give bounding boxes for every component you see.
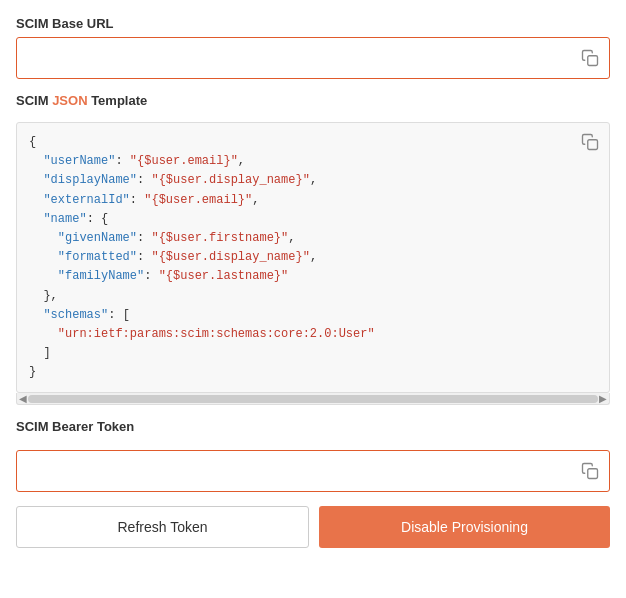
label-text: SCIM Bearer Token	[16, 419, 134, 434]
json-code-block: { "userName": "{$user.email}", "displayN…	[17, 123, 571, 392]
label-text: SCIM Base URL	[16, 16, 114, 31]
json-template-container: { "userName": "{$user.email}", "displayN…	[16, 122, 610, 393]
scim-json-template-label: SCIM JSON Template	[16, 93, 610, 108]
scrollbar-thumb[interactable]	[28, 395, 598, 403]
label-suffix: Template	[88, 93, 148, 108]
scim-base-url-copy-button[interactable]	[571, 43, 609, 73]
json-scrollbar[interactable]: ◀ ▶	[16, 393, 610, 405]
scim-base-url-row	[16, 37, 610, 79]
disable-provisioning-button[interactable]: Disable Provisioning	[319, 506, 610, 548]
label-highlight: JSON	[52, 93, 87, 108]
scim-bearer-token-copy-button[interactable]	[571, 456, 609, 486]
svg-rect-0	[588, 56, 598, 66]
disable-provisioning-label: Disable Provisioning	[401, 519, 528, 535]
label-prefix: SCIM	[16, 93, 52, 108]
scim-base-url-input[interactable]	[17, 38, 571, 78]
scim-bearer-token-label: SCIM Bearer Token	[16, 419, 610, 434]
json-template-copy-button[interactable]	[571, 125, 609, 163]
clipboard-icon	[581, 133, 599, 151]
scim-base-url-label: SCIM Base URL	[16, 16, 610, 31]
scroll-left-icon[interactable]: ◀	[19, 393, 27, 404]
clipboard-icon	[581, 49, 599, 67]
clipboard-icon	[581, 462, 599, 480]
scim-bearer-token-row	[16, 450, 610, 492]
scroll-right-icon[interactable]: ▶	[599, 393, 607, 404]
footer-buttons: Refresh Token Disable Provisioning	[16, 506, 610, 548]
svg-rect-1	[588, 140, 598, 150]
refresh-token-button[interactable]: Refresh Token	[16, 506, 309, 548]
scim-bearer-token-input[interactable]	[17, 451, 571, 491]
refresh-token-label: Refresh Token	[117, 519, 207, 535]
svg-rect-2	[588, 469, 598, 479]
